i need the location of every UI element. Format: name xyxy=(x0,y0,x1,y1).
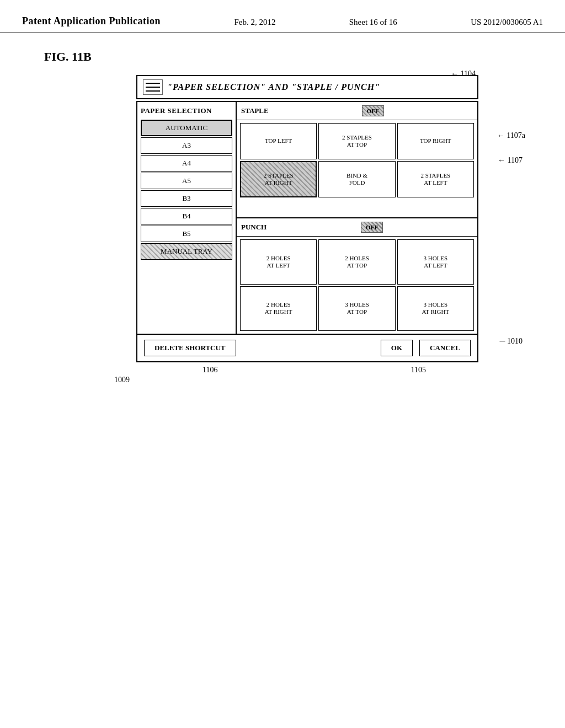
bottom-refs-2: 1009 xyxy=(84,374,426,384)
publication-date: Feb. 2, 2012 xyxy=(234,15,275,27)
bottom-refs: 1106 1105 xyxy=(84,362,426,374)
dialog-title: "PAPER SELECTION" AND "STAPLE / PUNCH" xyxy=(167,82,380,92)
punch-btn-2-holes-at-right[interactable]: 2 HOLES AT RIGHT xyxy=(240,286,317,331)
paper-btn-b4[interactable]: B4 xyxy=(141,208,232,224)
panel-columns: PAPER SELECTION AUTOMATIC A3 A4 A5 B3 B4… xyxy=(137,102,477,334)
staple-btn-2-staples-at-top[interactable]: 2 STAPLES AT TOP xyxy=(318,123,395,159)
staple-section: STAPLE OFF TOP LEFT 2 STAPLES AT TOP TOP… xyxy=(237,102,477,218)
staple-header: STAPLE OFF xyxy=(237,102,477,120)
punch-section: PUNCH OFF 2 HOLES AT LEFT 2 HOLES AT TOP… xyxy=(237,218,477,334)
delete-shortcut-button[interactable]: DELETE SHORTCUT xyxy=(144,340,236,356)
ref-1107: ← 1107 xyxy=(498,156,523,165)
staple-label: STAPLE xyxy=(241,106,269,115)
punch-btn-3-holes-at-right[interactable]: 3 HOLES AT RIGHT xyxy=(397,286,474,331)
staple-btn-2-staples-at-left[interactable]: 2 STAPLES AT LEFT xyxy=(397,161,474,197)
ref-1009-label: 1009 xyxy=(114,376,130,384)
staple-grid: TOP LEFT 2 STAPLES AT TOP TOP RIGHT 2 ST… xyxy=(237,120,477,217)
staple-off-btn[interactable]: OFF xyxy=(362,105,384,116)
paper-btn-automatic[interactable]: AUTOMATIC xyxy=(141,120,232,136)
ok-cancel-group: OK CANCEL xyxy=(381,340,471,356)
sheet-info: Sheet 16 of 16 xyxy=(349,15,397,27)
title-bar-area: "PAPER SELECTION" AND "STAPLE / PUNCH" xyxy=(114,75,481,99)
paper-btn-a3[interactable]: A3 xyxy=(141,137,232,154)
dialog-title-bar: "PAPER SELECTION" AND "STAPLE / PUNCH" xyxy=(136,75,478,99)
punch-btn-2-holes-at-top[interactable]: 2 HOLES AT TOP xyxy=(318,239,395,285)
punch-btn-3-holes-at-top[interactable]: 3 HOLES AT TOP xyxy=(318,286,395,331)
punch-grid: 2 HOLES AT LEFT 2 HOLES AT TOP 3 HOLES A… xyxy=(237,237,477,334)
staple-btn-top-right[interactable]: TOP RIGHT xyxy=(397,123,474,159)
ref-1010: ─ 1010 xyxy=(500,337,523,346)
paper-btn-a5[interactable]: A5 xyxy=(141,173,232,189)
paper-selection-column: PAPER SELECTION AUTOMATIC A3 A4 A5 B3 B4… xyxy=(137,102,237,334)
paper-options-list: AUTOMATIC A3 A4 A5 B3 B4 B5 MANUAL TRAY xyxy=(141,120,232,329)
patent-number: US 2012/0030605 A1 xyxy=(471,15,543,27)
staple-punch-section: STAPLE OFF TOP LEFT 2 STAPLES AT TOP TOP… xyxy=(237,102,477,334)
punch-label: PUNCH xyxy=(241,223,266,232)
paper-btn-b3[interactable]: B3 xyxy=(141,190,232,207)
punch-btn-2-holes-at-left[interactable]: 2 HOLES AT LEFT xyxy=(240,239,317,285)
paper-btn-a4[interactable]: A4 xyxy=(141,155,232,172)
ok-button[interactable]: OK xyxy=(381,340,413,356)
paper-btn-manual-tray[interactable]: MANUAL TRAY xyxy=(141,243,232,260)
punch-btn-3-holes-at-left[interactable]: 3 HOLES AT LEFT xyxy=(397,239,474,285)
title-bar-icon xyxy=(143,79,163,95)
ref-1107a: ← 1107a xyxy=(497,131,525,140)
figure-label: FIG. 11B xyxy=(44,50,565,64)
punch-off-btn[interactable]: OFF xyxy=(361,222,383,233)
paper-selection-label: PAPER SELECTION xyxy=(141,106,232,115)
punch-header: PUNCH OFF xyxy=(237,218,477,237)
ref-1106-label: 1106 xyxy=(202,366,217,374)
main-panel: PAPER SELECTION AUTOMATIC A3 A4 A5 B3 B4… xyxy=(114,101,481,362)
page-header: Patent Application Publication Feb. 2, 2… xyxy=(0,0,565,33)
staple-btn-bind-fold[interactable]: BIND & FOLD xyxy=(318,161,395,197)
publication-title: Patent Application Publication xyxy=(22,15,161,27)
cancel-button[interactable]: CANCEL xyxy=(419,340,471,356)
panel-bottom-row: DELETE SHORTCUT OK CANCEL xyxy=(137,334,477,361)
panel-body: PAPER SELECTION AUTOMATIC A3 A4 A5 B3 B4… xyxy=(136,101,478,362)
staple-btn-top-left[interactable]: TOP LEFT xyxy=(240,123,317,159)
staple-btn-2-staples-at-right[interactable]: 2 STAPLES AT RIGHT xyxy=(240,161,317,197)
paper-btn-b5[interactable]: B5 xyxy=(141,226,232,242)
ref-1105-label: 1105 xyxy=(411,366,426,374)
